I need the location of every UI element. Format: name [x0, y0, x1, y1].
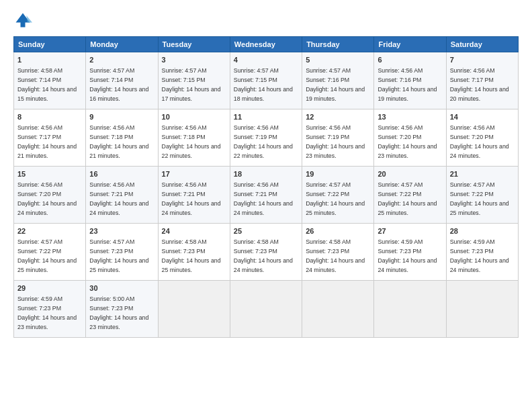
day-number: 30 [89, 283, 154, 293]
calendar-cell: 5 Sunrise: 4:57 AMSunset: 7:16 PMDayligh… [302, 52, 374, 109]
day-number: 27 [378, 226, 442, 236]
day-info: Sunrise: 4:57 AMSunset: 7:15 PMDaylight:… [234, 67, 293, 101]
calendar-cell: 26 Sunrise: 4:58 AMSunset: 7:23 PMDaylig… [302, 224, 374, 281]
calendar-cell: 23 Sunrise: 4:57 AMSunset: 7:23 PMDaylig… [86, 224, 158, 281]
day-number: 7 [450, 55, 515, 65]
day-number: 14 [450, 112, 515, 122]
day-info: Sunrise: 4:58 AMSunset: 7:23 PMDaylight:… [306, 238, 365, 273]
calendar-week-row: 29 Sunrise: 4:59 AMSunset: 7:23 PMDaylig… [14, 281, 519, 338]
header-day: Friday [374, 37, 446, 52]
calendar-cell: 29 Sunrise: 4:59 AMSunset: 7:23 PMDaylig… [14, 281, 86, 338]
header-day: Saturday [446, 37, 518, 52]
header-day: Monday [86, 37, 158, 52]
day-number: 26 [306, 226, 370, 236]
day-info: Sunrise: 4:56 AMSunset: 7:20 PMDaylight:… [378, 124, 437, 158]
day-info: Sunrise: 4:56 AMSunset: 7:21 PMDaylight:… [234, 181, 293, 216]
header-day: Tuesday [158, 37, 230, 52]
calendar-cell: 16 Sunrise: 4:56 AMSunset: 7:21 PMDaylig… [86, 167, 158, 224]
day-info: Sunrise: 4:56 AMSunset: 7:18 PMDaylight:… [89, 124, 148, 158]
calendar-cell: 18 Sunrise: 4:56 AMSunset: 7:21 PMDaylig… [230, 167, 302, 224]
day-number: 1 [17, 55, 82, 65]
calendar-week-row: 1 Sunrise: 4:58 AMSunset: 7:14 PMDayligh… [14, 52, 519, 109]
page: SundayMondayTuesdayWednesdayThursdayFrid… [0, 0, 532, 411]
calendar-cell: 10 Sunrise: 4:56 AMSunset: 7:18 PMDaylig… [158, 109, 230, 167]
day-info: Sunrise: 4:56 AMSunset: 7:19 PMDaylight:… [306, 124, 365, 158]
day-number: 17 [162, 169, 226, 179]
day-info: Sunrise: 4:57 AMSunset: 7:23 PMDaylight:… [89, 238, 148, 273]
day-number: 24 [162, 226, 226, 236]
calendar-cell: 28 Sunrise: 4:59 AMSunset: 7:23 PMDaylig… [446, 224, 518, 281]
calendar-cell: 2 Sunrise: 4:57 AMSunset: 7:14 PMDayligh… [86, 52, 158, 109]
day-info: Sunrise: 4:56 AMSunset: 7:17 PMDaylight:… [450, 67, 509, 101]
day-info: Sunrise: 4:56 AMSunset: 7:18 PMDaylight:… [162, 124, 221, 158]
day-info: Sunrise: 4:57 AMSunset: 7:22 PMDaylight:… [450, 181, 509, 216]
calendar-cell [230, 281, 302, 338]
day-info: Sunrise: 4:59 AMSunset: 7:23 PMDaylight:… [378, 238, 437, 273]
day-info: Sunrise: 4:56 AMSunset: 7:21 PMDaylight:… [162, 181, 221, 216]
day-info: Sunrise: 4:57 AMSunset: 7:22 PMDaylight:… [17, 238, 77, 273]
day-info: Sunrise: 4:56 AMSunset: 7:16 PMDaylight:… [378, 67, 437, 101]
day-info: Sunrise: 4:57 AMSunset: 7:22 PMDaylight:… [306, 181, 365, 216]
calendar-cell: 15 Sunrise: 4:56 AMSunset: 7:20 PMDaylig… [14, 167, 86, 224]
calendar-cell [302, 281, 374, 338]
calendar-cell: 24 Sunrise: 4:58 AMSunset: 7:23 PMDaylig… [158, 224, 230, 281]
day-number: 15 [17, 169, 82, 179]
logo [13, 11, 35, 30]
header-day: Sunday [14, 37, 86, 52]
day-number: 25 [234, 226, 298, 236]
calendar-week-row: 22 Sunrise: 4:57 AMSunset: 7:22 PMDaylig… [14, 224, 519, 281]
calendar-cell [374, 281, 446, 338]
header [13, 11, 519, 30]
calendar-header-row: SundayMondayTuesdayWednesdayThursdayFrid… [14, 37, 519, 52]
calendar-cell [158, 281, 230, 338]
day-info: Sunrise: 4:58 AMSunset: 7:23 PMDaylight:… [162, 238, 221, 273]
calendar-cell [446, 281, 518, 338]
header-day: Wednesday [230, 37, 302, 52]
day-info: Sunrise: 4:57 AMSunset: 7:16 PMDaylight:… [306, 67, 365, 101]
calendar-cell: 20 Sunrise: 4:57 AMSunset: 7:22 PMDaylig… [374, 167, 446, 224]
day-number: 4 [234, 55, 298, 65]
calendar-cell: 21 Sunrise: 4:57 AMSunset: 7:22 PMDaylig… [446, 167, 518, 224]
day-number: 11 [234, 112, 298, 122]
day-info: Sunrise: 4:56 AMSunset: 7:21 PMDaylight:… [89, 181, 148, 216]
day-number: 5 [306, 55, 370, 65]
day-number: 19 [306, 169, 370, 179]
calendar-cell: 30 Sunrise: 5:00 AMSunset: 7:23 PMDaylig… [86, 281, 158, 338]
day-info: Sunrise: 4:56 AMSunset: 7:20 PMDaylight:… [17, 181, 77, 216]
day-info: Sunrise: 4:57 AMSunset: 7:14 PMDaylight:… [89, 67, 148, 101]
day-number: 13 [378, 112, 442, 122]
day-number: 28 [450, 226, 515, 236]
day-info: Sunrise: 5:00 AMSunset: 7:23 PMDaylight:… [89, 295, 148, 330]
day-number: 21 [450, 169, 515, 179]
calendar-cell: 1 Sunrise: 4:58 AMSunset: 7:14 PMDayligh… [14, 52, 86, 109]
logo-icon [13, 11, 32, 30]
calendar-cell: 6 Sunrise: 4:56 AMSunset: 7:16 PMDayligh… [374, 52, 446, 109]
day-number: 8 [17, 112, 82, 122]
calendar-cell: 22 Sunrise: 4:57 AMSunset: 7:22 PMDaylig… [14, 224, 86, 281]
day-number: 18 [234, 169, 298, 179]
calendar-table: SundayMondayTuesdayWednesdayThursdayFrid… [13, 36, 519, 338]
calendar-cell: 4 Sunrise: 4:57 AMSunset: 7:15 PMDayligh… [230, 52, 302, 109]
calendar-cell: 13 Sunrise: 4:56 AMSunset: 7:20 PMDaylig… [374, 109, 446, 167]
calendar-cell: 25 Sunrise: 4:58 AMSunset: 7:23 PMDaylig… [230, 224, 302, 281]
day-number: 3 [162, 55, 226, 65]
calendar-cell: 17 Sunrise: 4:56 AMSunset: 7:21 PMDaylig… [158, 167, 230, 224]
day-number: 16 [89, 169, 154, 179]
day-number: 23 [89, 226, 154, 236]
day-number: 29 [17, 283, 82, 293]
day-number: 10 [162, 112, 226, 122]
calendar-week-row: 15 Sunrise: 4:56 AMSunset: 7:20 PMDaylig… [14, 167, 519, 224]
day-info: Sunrise: 4:59 AMSunset: 7:23 PMDaylight:… [450, 238, 509, 273]
day-info: Sunrise: 4:57 AMSunset: 7:22 PMDaylight:… [378, 181, 437, 216]
calendar-cell: 3 Sunrise: 4:57 AMSunset: 7:15 PMDayligh… [158, 52, 230, 109]
calendar-cell: 27 Sunrise: 4:59 AMSunset: 7:23 PMDaylig… [374, 224, 446, 281]
calendar-cell: 12 Sunrise: 4:56 AMSunset: 7:19 PMDaylig… [302, 109, 374, 167]
day-number: 9 [89, 112, 154, 122]
day-info: Sunrise: 4:57 AMSunset: 7:15 PMDaylight:… [162, 67, 221, 101]
calendar-cell: 14 Sunrise: 4:56 AMSunset: 7:20 PMDaylig… [446, 109, 518, 167]
calendar-cell: 9 Sunrise: 4:56 AMSunset: 7:18 PMDayligh… [86, 109, 158, 167]
day-number: 12 [306, 112, 370, 122]
day-number: 2 [89, 55, 154, 65]
calendar-cell: 11 Sunrise: 4:56 AMSunset: 7:19 PMDaylig… [230, 109, 302, 167]
day-info: Sunrise: 4:58 AMSunset: 7:23 PMDaylight:… [234, 238, 293, 273]
